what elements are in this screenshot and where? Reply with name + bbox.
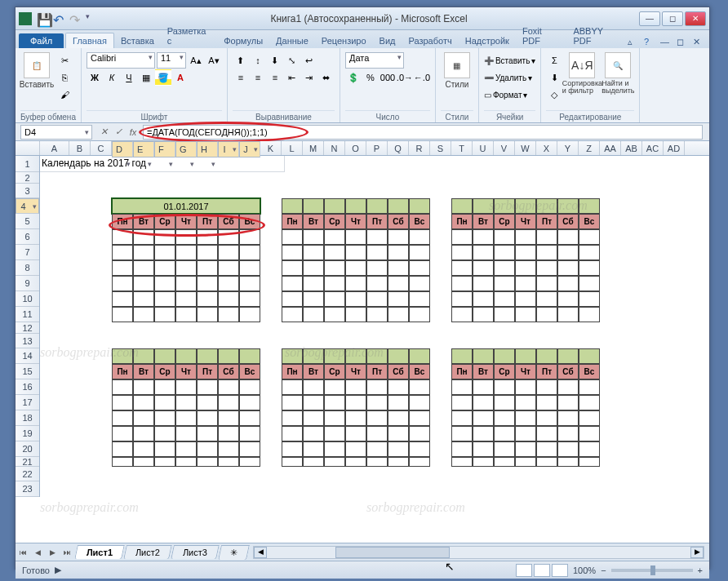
calendar-cell[interactable] <box>366 395 388 410</box>
calendar-cell[interactable] <box>239 291 260 307</box>
formula-bar[interactable]: =ДАТА(ГОД(СЕГОДНЯ());1;1) <box>143 125 703 140</box>
calendar-cell[interactable] <box>366 441 388 457</box>
calendar-cell[interactable] <box>175 379 197 395</box>
shrink-font-icon[interactable]: A▾ <box>206 52 222 69</box>
fill-color-icon[interactable]: 🪣 <box>155 69 171 86</box>
col-header-C[interactable]: C <box>91 141 112 155</box>
fx-icon[interactable]: fx <box>127 126 140 139</box>
scroll-right-icon[interactable]: ▶ <box>690 547 704 558</box>
calendar-cell[interactable] <box>239 441 260 457</box>
calendar-cell[interactable] <box>473 379 494 395</box>
calendar-cell[interactable] <box>218 379 239 395</box>
calendar-cell[interactable] <box>388 245 409 260</box>
calendar-cell[interactable] <box>494 379 515 395</box>
col-header-AC[interactable]: AC <box>642 141 664 155</box>
calendar-cell[interactable] <box>303 291 324 307</box>
calendar-cell[interactable] <box>515 260 536 276</box>
calendar-cell[interactable] <box>473 457 494 467</box>
calendar-cell[interactable] <box>515 457 536 467</box>
row-header-9[interactable]: 9 <box>16 276 39 291</box>
sheet-tab-2[interactable]: Лист2 <box>123 545 172 559</box>
calendar-cell[interactable] <box>579 441 600 457</box>
row-header-5[interactable]: 5 <box>16 214 39 229</box>
number-format-select[interactable]: Дата <box>345 52 404 69</box>
zoom-out-button[interactable]: − <box>601 565 606 575</box>
tab-abbyy[interactable]: ABBYY PDF <box>566 24 628 48</box>
calendar-cell[interactable] <box>133 307 154 322</box>
calendar-cell[interactable] <box>579 457 600 467</box>
calendar-cell[interactable] <box>324 276 345 291</box>
calendar-cell[interactable] <box>112 395 133 410</box>
calendar-cell[interactable] <box>112 457 133 467</box>
col-header-Y[interactable]: Y <box>557 141 579 155</box>
calendar-cell[interactable] <box>324 395 345 410</box>
col-header-I[interactable]: I <box>218 141 239 157</box>
calendar-cell[interactable] <box>282 410 303 426</box>
col-header-U[interactable]: U <box>473 141 494 155</box>
paste-button[interactable]: 📋 Вставить <box>20 52 53 89</box>
tab-view[interactable]: Вид <box>373 33 402 48</box>
new-sheet-button[interactable]: ✳ <box>218 545 250 560</box>
calendar-cell[interactable] <box>345 229 366 245</box>
calendar-cell[interactable] <box>451 229 473 245</box>
calendar-cell[interactable] <box>388 395 409 410</box>
calendar-cell[interactable] <box>324 291 345 307</box>
calendar-cell[interactable] <box>154 291 175 307</box>
row-header-21[interactable]: 21 <box>16 457 39 467</box>
calendar-cell[interactable] <box>282 395 303 410</box>
calendar-cell[interactable] <box>218 426 239 441</box>
calendar-cell[interactable] <box>451 395 473 410</box>
calendar-cell[interactable] <box>154 395 175 410</box>
calendar-cell[interactable] <box>345 245 366 260</box>
calendar-cell[interactable] <box>133 245 154 260</box>
calendar-cell[interactable] <box>515 441 536 457</box>
calendar-cell[interactable] <box>451 245 473 260</box>
select-all-corner[interactable] <box>16 141 40 155</box>
calendar-cell[interactable] <box>388 410 409 426</box>
calendar-cell[interactable] <box>409 457 430 467</box>
calendar-cell[interactable] <box>536 410 557 426</box>
row-header-18[interactable]: 18 <box>16 410 39 426</box>
calendar-cell[interactable] <box>324 260 345 276</box>
calendar-cell[interactable] <box>579 410 600 426</box>
format-cells-button[interactable]: ▭Формат ▾ <box>484 86 535 103</box>
col-header-H[interactable]: H <box>197 141 218 157</box>
sheet-tab-1[interactable]: Лист1 <box>74 545 125 559</box>
calendar-cell[interactable] <box>218 307 239 322</box>
align-bottom-icon[interactable]: ⬇ <box>267 52 283 69</box>
calendar-cell[interactable] <box>388 441 409 457</box>
calendar-cell[interactable] <box>388 276 409 291</box>
tab-review[interactable]: Рецензиро <box>315 33 373 48</box>
sheet-nav-next[interactable]: ▶ <box>45 545 60 560</box>
col-header-A[interactable]: A <box>40 141 69 155</box>
calendar-cell[interactable] <box>451 457 473 467</box>
row-header-8[interactable]: 8 <box>16 260 39 276</box>
calendar-cell[interactable] <box>324 245 345 260</box>
calendar-cell[interactable] <box>451 379 473 395</box>
calendar-cell[interactable] <box>515 426 536 441</box>
scroll-thumb[interactable] <box>335 547 450 558</box>
calendar-cell[interactable] <box>345 276 366 291</box>
col-header-E[interactable]: E <box>133 141 154 157</box>
calendar-cell[interactable] <box>133 426 154 441</box>
calendar-title-cell[interactable]: Календарь на 2017 год <box>40 156 285 172</box>
row-header-20[interactable]: 20 <box>16 441 39 457</box>
quick-access-toolbar[interactable]: 💾 ↶ ↷ ▾ <box>37 12 99 25</box>
calendar-cell[interactable] <box>218 395 239 410</box>
calendar-cell[interactable] <box>112 229 133 245</box>
calendar-cell[interactable] <box>557 426 579 441</box>
calendar-cell[interactable] <box>557 260 579 276</box>
tab-foxit[interactable]: Foxit PDF <box>516 24 567 48</box>
calendar-cell[interactable] <box>324 410 345 426</box>
calendar-cell[interactable] <box>494 245 515 260</box>
calendar-cell[interactable] <box>345 426 366 441</box>
calendar-cell[interactable] <box>197 395 218 410</box>
calendar-cell[interactable] <box>579 276 600 291</box>
calendar-cell[interactable] <box>175 457 197 467</box>
sheet-nav-last[interactable]: ⏭ <box>60 545 74 560</box>
calendar-cell[interactable] <box>536 441 557 457</box>
col-header-Q[interactable]: Q <box>388 141 409 155</box>
accept-formula-icon[interactable]: ✓ <box>112 126 125 139</box>
row-header-22[interactable]: 22 <box>16 467 39 481</box>
row-header-4[interactable]: 4 <box>16 198 39 214</box>
